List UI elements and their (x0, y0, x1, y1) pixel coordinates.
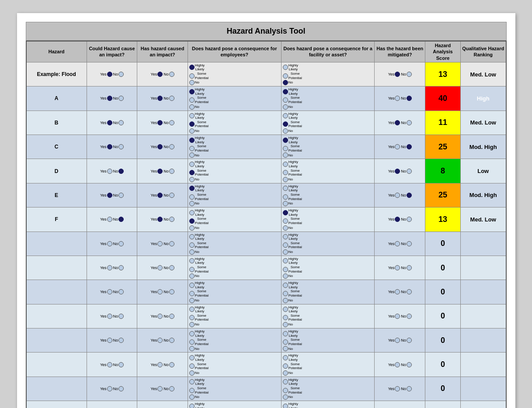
radio-empty[interactable] (157, 289, 163, 294)
radio-empty[interactable] (283, 225, 288, 231)
radio-filled[interactable] (283, 138, 288, 143)
radio-empty[interactable] (283, 404, 288, 408)
radio-empty[interactable] (169, 96, 174, 101)
radio-empty[interactable] (283, 162, 288, 167)
radio-filled[interactable] (189, 65, 195, 70)
radio-empty[interactable] (189, 394, 195, 400)
radio-empty[interactable] (189, 242, 195, 248)
radio-filled[interactable] (189, 218, 195, 224)
radio-empty[interactable] (283, 177, 288, 182)
radio-empty[interactable] (189, 201, 195, 206)
radio-empty[interactable] (118, 362, 124, 367)
radio-empty[interactable] (407, 241, 412, 246)
radio-empty[interactable] (283, 267, 288, 272)
radio-filled[interactable] (157, 217, 163, 222)
radio-filled[interactable] (407, 144, 412, 149)
radio-empty[interactable] (283, 152, 288, 158)
radio-empty[interactable] (189, 177, 195, 182)
radio-empty[interactable] (283, 273, 288, 279)
radio-empty[interactable] (118, 241, 124, 246)
radio-empty[interactable] (169, 217, 174, 222)
radio-empty[interactable] (283, 258, 288, 263)
radio-empty[interactable] (407, 314, 412, 319)
radio-filled[interactable] (189, 170, 195, 175)
radio-empty[interactable] (118, 72, 124, 77)
radio-empty[interactable] (118, 314, 124, 319)
radio-empty[interactable] (395, 289, 400, 294)
radio-empty[interactable] (189, 97, 195, 103)
radio-empty[interactable] (189, 363, 195, 369)
radio-empty[interactable] (118, 289, 124, 294)
radio-empty[interactable] (283, 322, 288, 327)
radio-filled[interactable] (189, 138, 195, 143)
radio-empty[interactable] (395, 241, 400, 246)
radio-empty[interactable] (189, 113, 195, 118)
radio-empty[interactable] (107, 314, 112, 319)
radio-empty[interactable] (189, 291, 195, 296)
radio-empty[interactable] (283, 298, 288, 303)
radio-empty[interactable] (189, 388, 195, 393)
radio-empty[interactable] (283, 370, 288, 376)
radio-empty[interactable] (395, 144, 400, 149)
radio-empty[interactable] (169, 362, 174, 367)
radio-empty[interactable] (189, 331, 195, 336)
radio-filled[interactable] (107, 193, 112, 198)
radio-empty[interactable] (283, 363, 288, 369)
radio-empty[interactable] (189, 146, 195, 151)
radio-empty[interactable] (283, 234, 288, 239)
radio-empty[interactable] (283, 97, 288, 103)
radio-filled[interactable] (157, 72, 163, 77)
radio-empty[interactable] (169, 265, 174, 270)
radio-empty[interactable] (407, 169, 412, 174)
radio-filled[interactable] (395, 120, 400, 125)
radio-empty[interactable] (169, 169, 174, 174)
radio-empty[interactable] (407, 289, 412, 294)
radio-empty[interactable] (118, 193, 124, 198)
radio-empty[interactable] (189, 210, 195, 215)
radio-empty[interactable] (107, 362, 112, 367)
radio-empty[interactable] (283, 65, 288, 70)
radio-empty[interactable] (107, 386, 112, 391)
radio-empty[interactable] (169, 120, 174, 125)
radio-empty[interactable] (407, 120, 412, 125)
radio-empty[interactable] (169, 144, 174, 149)
radio-filled[interactable] (107, 96, 112, 101)
radio-empty[interactable] (283, 249, 288, 255)
radio-empty[interactable] (189, 267, 195, 272)
radio-empty[interactable] (157, 362, 163, 367)
radio-empty[interactable] (407, 338, 412, 343)
radio-empty[interactable] (283, 388, 288, 393)
radio-empty[interactable] (118, 120, 124, 125)
radio-empty[interactable] (407, 72, 412, 77)
radio-filled[interactable] (407, 96, 412, 101)
radio-filled[interactable] (118, 217, 124, 222)
radio-filled[interactable] (395, 169, 400, 174)
radio-empty[interactable] (283, 201, 288, 206)
radio-filled[interactable] (107, 72, 112, 77)
radio-filled[interactable] (283, 210, 288, 215)
radio-empty[interactable] (107, 241, 112, 246)
radio-empty[interactable] (189, 298, 195, 303)
radio-filled[interactable] (283, 89, 288, 94)
radio-filled[interactable] (407, 193, 412, 198)
radio-filled[interactable] (283, 80, 288, 85)
radio-empty[interactable] (118, 338, 124, 343)
radio-empty[interactable] (189, 194, 195, 200)
radio-empty[interactable] (189, 322, 195, 327)
radio-empty[interactable] (283, 339, 288, 345)
radio-empty[interactable] (189, 225, 195, 231)
radio-empty[interactable] (283, 73, 288, 79)
radio-empty[interactable] (283, 128, 288, 134)
radio-empty[interactable] (169, 72, 174, 77)
radio-empty[interactable] (157, 265, 163, 270)
radio-empty[interactable] (395, 193, 400, 198)
radio-empty[interactable] (169, 314, 174, 319)
radio-filled[interactable] (107, 120, 112, 125)
radio-filled[interactable] (189, 121, 195, 127)
radio-empty[interactable] (407, 265, 412, 270)
radio-empty[interactable] (169, 241, 174, 246)
radio-empty[interactable] (283, 146, 288, 151)
radio-empty[interactable] (169, 193, 174, 198)
radio-filled[interactable] (157, 169, 163, 174)
radio-empty[interactable] (283, 283, 288, 288)
